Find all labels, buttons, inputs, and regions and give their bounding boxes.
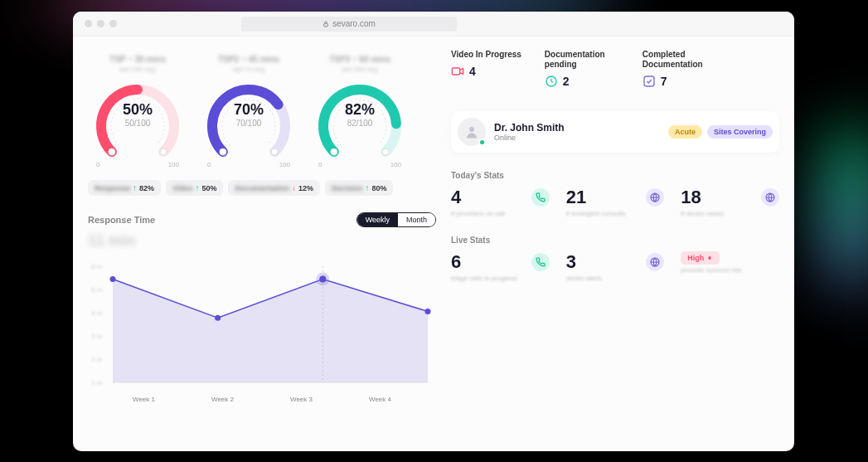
today-stat-0: 4 # providers on call: [451, 187, 550, 217]
today-stat-1: 21 # emergent consults: [566, 187, 665, 217]
toggle-month[interactable]: Month: [398, 213, 435, 226]
live-risk: High provider burnout risk: [681, 251, 779, 282]
lock-icon: [322, 21, 329, 27]
risk-badge: High: [681, 251, 720, 265]
flame-icon: [706, 255, 713, 261]
profile-name: Dr. John Smith: [494, 122, 565, 134]
svg-point-3: [220, 148, 226, 155]
phone-icon: [531, 253, 550, 271]
video-icon: [451, 65, 464, 78]
live-stat-0: 6 triage calls in progress: [451, 251, 550, 282]
pill-1[interactable]: Video ↑ 50%: [166, 180, 223, 196]
gauge-0: TSP ~ 30 mins last 24h avg 50% 50/100 01…: [88, 55, 187, 168]
chart-title: Response Time: [88, 215, 155, 225]
clock-icon: [545, 75, 558, 88]
today-stat-2: 18 # stroke cases: [681, 187, 779, 217]
svg-point-24: [469, 127, 474, 132]
toggle-weekly[interactable]: Weekly: [357, 213, 398, 226]
line-chart: 8 m6 m4 m3 m2 m1 m Week 1Week 2Week 3Wee…: [88, 258, 436, 403]
pill-3[interactable]: Decision ↑ 80%: [325, 180, 394, 196]
url-text: sevaro.com: [332, 19, 376, 28]
badge-sites[interactable]: Sites Covering: [707, 125, 773, 139]
gauge-2: TSP3 ~ 60 mins last 30d avg 82% 82/100 0…: [310, 55, 410, 168]
chart-big-value: 11 min: [88, 232, 436, 250]
time-toggle: Weekly Month: [356, 212, 436, 227]
svg-point-15: [215, 315, 221, 321]
globe-icon: [646, 253, 664, 271]
traffic-close[interactable]: [85, 20, 92, 27]
app-window: sevaro.com TSP ~ 30 mins last 24h avg 50…: [73, 12, 794, 451]
live-title: Live Stats: [451, 236, 779, 245]
check-icon: [643, 75, 656, 88]
svg-text:8 m: 8 m: [91, 263, 103, 270]
traffic-max[interactable]: [109, 20, 117, 27]
status-0: Video In Progress 4: [451, 50, 521, 88]
svg-point-5: [331, 148, 337, 155]
globe-icon: [761, 188, 779, 207]
badge-acute[interactable]: Acute: [668, 125, 702, 139]
svg-point-6: [382, 148, 389, 155]
svg-rect-21: [452, 68, 459, 75]
svg-text:2 m: 2 m: [91, 356, 103, 363]
status-1: Documentation pending 2: [545, 50, 619, 88]
avatar: [458, 118, 486, 146]
svg-text:3 m: 3 m: [91, 333, 103, 340]
svg-point-2: [160, 148, 167, 155]
svg-rect-23: [644, 76, 654, 86]
titlebar: sevaro.com: [73, 12, 794, 36]
pill-2[interactable]: Documentation ↓ 12%: [228, 180, 320, 196]
url-bar[interactable]: sevaro.com: [241, 17, 457, 32]
svg-point-14: [110, 276, 116, 282]
svg-text:1 m: 1 m: [91, 379, 103, 387]
globe-icon: [646, 188, 664, 207]
profile-status: Online: [494, 134, 565, 142]
live-stat-1: 3 stroke alerts: [566, 251, 665, 282]
traffic-min[interactable]: [97, 20, 104, 27]
today-title: Today's Stats: [451, 171, 779, 180]
status-2: Completed Documentation 7: [643, 50, 717, 88]
svg-text:4 m: 4 m: [91, 309, 103, 317]
online-dot: [478, 139, 486, 146]
svg-rect-0: [324, 23, 328, 26]
svg-text:6 m: 6 m: [91, 286, 103, 294]
svg-point-1: [109, 148, 115, 155]
svg-point-19: [319, 276, 326, 283]
pill-0[interactable]: Response ↑ 82%: [88, 180, 161, 196]
traffic-lights: [85, 20, 117, 27]
profile-card: Dr. John Smith Online Acute Sites Coveri…: [451, 111, 779, 153]
user-icon: [464, 124, 479, 139]
gauge-1: TSP2 ~ 45 mins last 7d avg 70% 70/100 01…: [199, 55, 298, 168]
svg-point-4: [271, 148, 278, 155]
phone-icon: [531, 188, 550, 207]
svg-point-17: [425, 309, 431, 314]
